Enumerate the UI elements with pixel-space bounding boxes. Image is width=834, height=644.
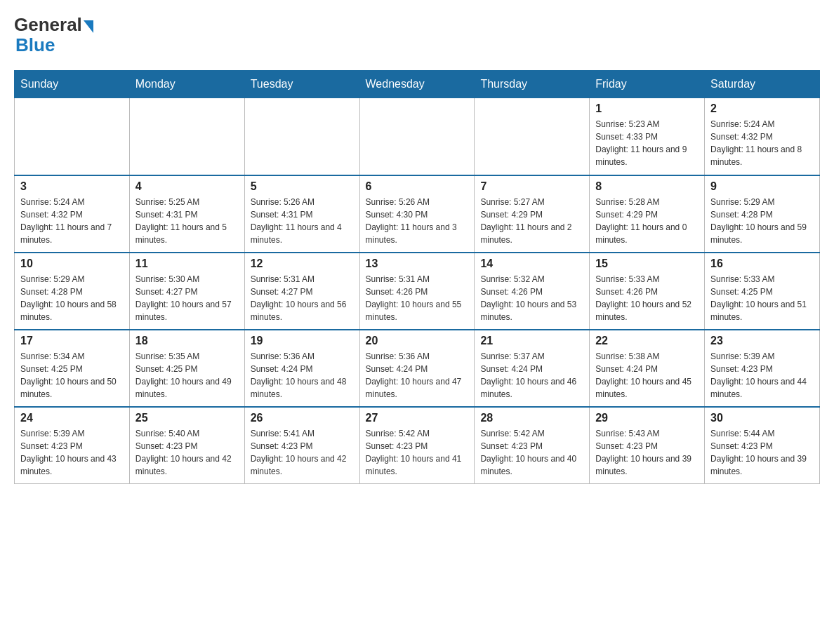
logo-arrow-icon [84,20,93,33]
day-info: Sunrise: 5:42 AMSunset: 4:23 PMDaylight:… [480,427,583,478]
calendar-cell: 9Sunrise: 5:29 AMSunset: 4:28 PMDaylight… [705,175,820,253]
day-of-week-header: Tuesday [244,71,359,98]
day-number: 4 [135,180,239,193]
day-info: Sunrise: 5:25 AMSunset: 4:31 PMDaylight:… [135,196,239,246]
day-info: Sunrise: 5:40 AMSunset: 4:23 PMDaylight:… [135,427,239,478]
calendar-week-row: 17Sunrise: 5:34 AMSunset: 4:25 PMDayligh… [15,330,820,407]
calendar-cell: 16Sunrise: 5:33 AMSunset: 4:25 PMDayligh… [705,253,820,330]
calendar-cell: 26Sunrise: 5:41 AMSunset: 4:23 PMDayligh… [244,407,359,484]
logo-general-text: General [14,14,82,36]
day-of-week-header: Saturday [705,71,820,98]
calendar-cell: 28Sunrise: 5:42 AMSunset: 4:23 PMDayligh… [475,407,590,484]
day-number: 15 [595,257,699,270]
calendar-cell: 29Sunrise: 5:43 AMSunset: 4:23 PMDayligh… [590,407,705,484]
calendar-cell: 21Sunrise: 5:37 AMSunset: 4:24 PMDayligh… [475,330,590,407]
calendar-header-row: SundayMondayTuesdayWednesdayThursdayFrid… [15,71,820,98]
calendar-week-row: 24Sunrise: 5:39 AMSunset: 4:23 PMDayligh… [15,407,820,484]
calendar-week-row: 3Sunrise: 5:24 AMSunset: 4:32 PMDaylight… [15,175,820,253]
day-of-week-header: Monday [129,71,244,98]
calendar-cell: 19Sunrise: 5:36 AMSunset: 4:24 PMDayligh… [244,330,359,407]
day-number: 10 [20,257,124,270]
calendar-cell [359,98,475,175]
day-of-week-header: Friday [590,71,705,98]
day-number: 7 [480,180,583,193]
calendar-cell: 6Sunrise: 5:26 AMSunset: 4:30 PMDaylight… [359,175,475,253]
calendar-cell: 11Sunrise: 5:30 AMSunset: 4:27 PMDayligh… [129,253,244,330]
day-info: Sunrise: 5:33 AMSunset: 4:26 PMDaylight:… [595,273,699,323]
calendar-cell [244,98,359,175]
calendar-cell: 1Sunrise: 5:23 AMSunset: 4:33 PMDaylight… [590,98,705,175]
calendar-cell: 13Sunrise: 5:31 AMSunset: 4:26 PMDayligh… [359,253,475,330]
calendar-cell: 10Sunrise: 5:29 AMSunset: 4:28 PMDayligh… [15,253,130,330]
day-info: Sunrise: 5:39 AMSunset: 4:23 PMDaylight:… [710,350,814,401]
day-info: Sunrise: 5:33 AMSunset: 4:25 PMDaylight:… [710,273,814,323]
calendar-cell: 30Sunrise: 5:44 AMSunset: 4:23 PMDayligh… [705,407,820,484]
day-of-week-header: Wednesday [359,71,475,98]
day-number: 5 [251,180,354,193]
day-number: 6 [366,180,469,193]
day-number: 16 [710,257,814,270]
day-info: Sunrise: 5:34 AMSunset: 4:25 PMDaylight:… [20,350,124,401]
day-info: Sunrise: 5:28 AMSunset: 4:29 PMDaylight:… [595,196,699,246]
day-number: 21 [480,335,583,347]
day-number: 20 [366,335,469,347]
day-info: Sunrise: 5:43 AMSunset: 4:23 PMDaylight:… [595,427,699,478]
day-info: Sunrise: 5:42 AMSunset: 4:23 PMDaylight:… [366,427,469,478]
day-of-week-header: Sunday [15,71,130,98]
day-info: Sunrise: 5:44 AMSunset: 4:23 PMDaylight:… [710,427,814,478]
day-info: Sunrise: 5:31 AMSunset: 4:26 PMDaylight:… [366,273,469,323]
day-info: Sunrise: 5:23 AMSunset: 4:33 PMDaylight:… [595,118,699,168]
day-number: 29 [595,412,699,424]
day-number: 1 [595,102,699,115]
day-info: Sunrise: 5:26 AMSunset: 4:30 PMDaylight:… [366,196,469,246]
logo-blue-text: Blue [14,34,55,56]
calendar-cell: 15Sunrise: 5:33 AMSunset: 4:26 PMDayligh… [590,253,705,330]
day-number: 23 [710,335,814,347]
calendar-cell [15,98,130,175]
calendar-cell: 12Sunrise: 5:31 AMSunset: 4:27 PMDayligh… [244,253,359,330]
calendar-cell: 3Sunrise: 5:24 AMSunset: 4:32 PMDaylight… [15,175,130,253]
calendar-cell: 14Sunrise: 5:32 AMSunset: 4:26 PMDayligh… [475,253,590,330]
calendar-cell: 7Sunrise: 5:27 AMSunset: 4:29 PMDaylight… [475,175,590,253]
day-info: Sunrise: 5:35 AMSunset: 4:25 PMDaylight:… [135,350,239,401]
day-number: 13 [366,257,469,270]
calendar-cell [129,98,244,175]
day-info: Sunrise: 5:27 AMSunset: 4:29 PMDaylight:… [480,196,583,246]
calendar-cell: 25Sunrise: 5:40 AMSunset: 4:23 PMDayligh… [129,407,244,484]
day-number: 26 [251,412,354,424]
day-number: 3 [20,180,124,193]
calendar-week-row: 1Sunrise: 5:23 AMSunset: 4:33 PMDaylight… [15,98,820,175]
day-info: Sunrise: 5:31 AMSunset: 4:27 PMDaylight:… [251,273,354,323]
day-number: 2 [710,102,814,115]
day-number: 28 [480,412,583,424]
calendar-cell: 24Sunrise: 5:39 AMSunset: 4:23 PMDayligh… [15,407,130,484]
day-info: Sunrise: 5:41 AMSunset: 4:23 PMDaylight:… [251,427,354,478]
calendar-table: SundayMondayTuesdayWednesdayThursdayFrid… [14,70,820,484]
calendar-cell: 20Sunrise: 5:36 AMSunset: 4:24 PMDayligh… [359,330,475,407]
day-info: Sunrise: 5:38 AMSunset: 4:24 PMDaylight:… [595,350,699,401]
day-info: Sunrise: 5:36 AMSunset: 4:24 PMDaylight:… [251,350,354,401]
calendar-cell [475,98,590,175]
day-number: 30 [710,412,814,424]
calendar-cell: 27Sunrise: 5:42 AMSunset: 4:23 PMDayligh… [359,407,475,484]
day-info: Sunrise: 5:29 AMSunset: 4:28 PMDaylight:… [20,273,124,323]
day-info: Sunrise: 5:39 AMSunset: 4:23 PMDaylight:… [20,427,124,478]
page-header: General Blue [14,14,820,56]
day-number: 27 [366,412,469,424]
day-number: 22 [595,335,699,347]
day-number: 14 [480,257,583,270]
day-number: 25 [135,412,239,424]
day-number: 12 [251,257,354,270]
day-info: Sunrise: 5:32 AMSunset: 4:26 PMDaylight:… [480,273,583,323]
calendar-week-row: 10Sunrise: 5:29 AMSunset: 4:28 PMDayligh… [15,253,820,330]
day-info: Sunrise: 5:26 AMSunset: 4:31 PMDaylight:… [251,196,354,246]
calendar-cell: 4Sunrise: 5:25 AMSunset: 4:31 PMDaylight… [129,175,244,253]
calendar-cell: 5Sunrise: 5:26 AMSunset: 4:31 PMDaylight… [244,175,359,253]
day-number: 24 [20,412,124,424]
day-number: 17 [20,335,124,347]
day-number: 9 [710,180,814,193]
day-of-week-header: Thursday [475,71,590,98]
day-number: 19 [251,335,354,347]
logo: General Blue [14,14,95,56]
day-info: Sunrise: 5:30 AMSunset: 4:27 PMDaylight:… [135,273,239,323]
